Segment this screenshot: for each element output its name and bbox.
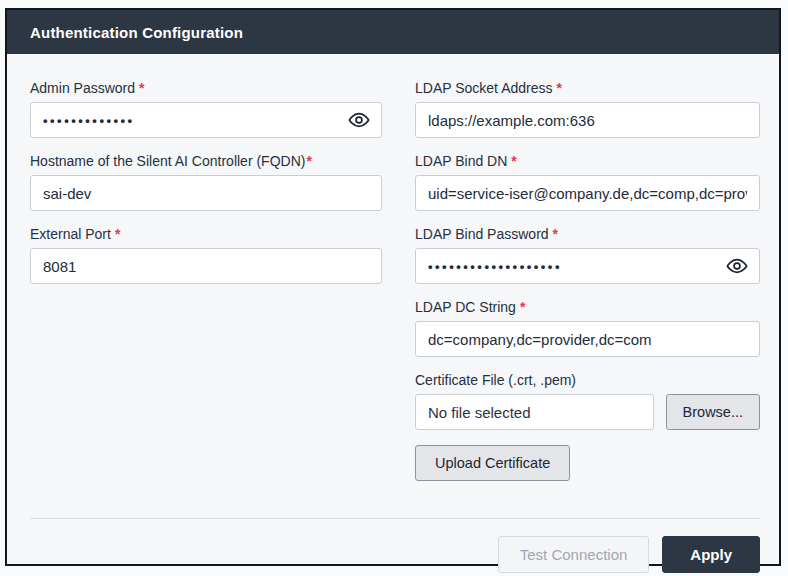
admin-password-input-wrap [30, 102, 382, 138]
admin-password-label-text: Admin Password [30, 80, 135, 96]
eye-icon [348, 109, 370, 131]
external-port-label: External Port* [30, 226, 382, 242]
required-asterisk: * [306, 153, 311, 169]
page-title: Authentication Configuration [30, 24, 243, 41]
required-asterisk: * [511, 153, 516, 169]
external-port-field[interactable] [30, 248, 382, 284]
hostname-field[interactable] [30, 175, 382, 211]
ldap-bind-dn-label-text: LDAP Bind DN [415, 153, 507, 169]
left-column: Admin Password* Hostname of the Silent A… [30, 80, 382, 496]
ldap-dc-string-field[interactable] [415, 321, 760, 357]
certificate-file-label: Certificate File (.crt, .pem) [415, 372, 760, 388]
admin-password-visibility-toggle[interactable] [347, 108, 371, 132]
eye-icon [726, 255, 748, 277]
right-column: LDAP Socket Address* LDAP Bind DN* LDAP … [415, 80, 760, 496]
required-asterisk: * [115, 226, 120, 242]
required-asterisk: * [139, 80, 144, 96]
field-ldap-bind-dn: LDAP Bind DN* [415, 153, 760, 211]
hostname-label-text: Hostname of the Silent AI Controller (FQ… [30, 153, 305, 169]
form-content: Admin Password* Hostname of the Silent A… [7, 54, 779, 576]
certificate-file-status-field [415, 394, 654, 430]
apply-button[interactable]: Apply [662, 536, 760, 573]
admin-password-label: Admin Password* [30, 80, 382, 96]
required-asterisk: * [520, 299, 525, 315]
required-asterisk: * [556, 80, 561, 96]
ldap-bind-password-field[interactable] [415, 248, 760, 284]
field-external-port: External Port* [30, 226, 382, 284]
admin-password-field[interactable] [30, 102, 382, 138]
required-asterisk: * [553, 226, 558, 242]
browse-button[interactable]: Browse... [666, 394, 760, 430]
ldap-socket-address-field[interactable] [415, 102, 760, 138]
certificate-file-row: Browse... [415, 394, 760, 430]
field-admin-password: Admin Password* [30, 80, 382, 138]
external-port-label-text: External Port [30, 226, 111, 242]
field-ldap-socket-address: LDAP Socket Address* [415, 80, 760, 138]
footer-actions: Test Connection Apply [30, 518, 760, 573]
hostname-label: Hostname of the Silent AI Controller (FQ… [30, 153, 382, 169]
panel-header: Authentication Configuration [7, 10, 779, 54]
ldap-socket-address-label: LDAP Socket Address* [415, 80, 760, 96]
ldap-dc-string-label-text: LDAP DC String [415, 299, 516, 315]
field-ldap-bind-password: LDAP Bind Password* [415, 226, 760, 284]
upload-certificate-button[interactable]: Upload Certificate [415, 445, 570, 481]
field-ldap-dc-string: LDAP DC String* [415, 299, 760, 357]
ldap-bind-password-input-wrap [415, 248, 760, 284]
test-connection-button[interactable]: Test Connection [498, 536, 650, 573]
ldap-bind-password-visibility-toggle[interactable] [725, 254, 749, 278]
field-hostname: Hostname of the Silent AI Controller (FQ… [30, 153, 382, 211]
ldap-dc-string-label: LDAP DC String* [415, 299, 760, 315]
authentication-configuration-panel: Authentication Configuration Admin Passw… [5, 8, 781, 566]
field-certificate-file: Certificate File (.crt, .pem) Browse... … [415, 372, 760, 481]
ldap-bind-password-label-text: LDAP Bind Password [415, 226, 549, 242]
ldap-bind-dn-label: LDAP Bind DN* [415, 153, 760, 169]
ldap-socket-address-label-text: LDAP Socket Address [415, 80, 552, 96]
ldap-bind-password-label: LDAP Bind Password* [415, 226, 760, 242]
ldap-bind-dn-field[interactable] [415, 175, 760, 211]
